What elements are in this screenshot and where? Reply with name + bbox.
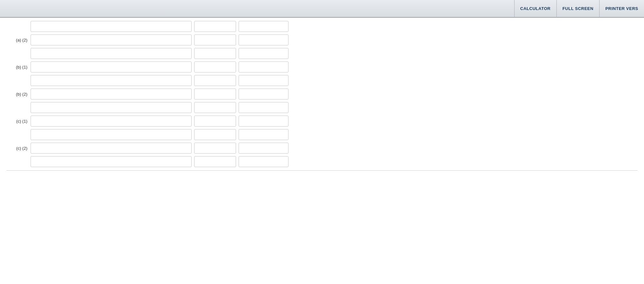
top-bar: CALCULATOR FULL SCREEN PRINTER VERS xyxy=(0,0,644,18)
input-med-7[interactable] xyxy=(194,116,236,127)
input-wide-6[interactable] xyxy=(31,102,192,113)
input-med-4[interactable] xyxy=(194,75,236,86)
calculator-button[interactable]: CALCULATOR xyxy=(514,0,556,17)
input-short-5[interactable] xyxy=(239,89,289,99)
input-med-8[interactable] xyxy=(194,129,236,140)
input-med-3[interactable] xyxy=(194,62,236,72)
input-wide-10[interactable] xyxy=(31,156,192,167)
input-wide-2[interactable] xyxy=(31,48,192,59)
top-bar-buttons: CALCULATOR FULL SCREEN PRINTER VERS xyxy=(514,0,644,17)
row-label-9: (c) (2) xyxy=(6,146,31,151)
row-label-3: (b) (1) xyxy=(6,65,31,70)
input-med-9[interactable] xyxy=(194,143,236,154)
input-wide-7[interactable] xyxy=(31,116,192,127)
input-med-1[interactable] xyxy=(194,34,236,45)
input-short-10[interactable] xyxy=(239,156,289,167)
content-area: (a) (2) (b) (1) (b) (2) xyxy=(0,18,644,177)
row-label-5: (b) (2) xyxy=(6,92,31,97)
printer-button[interactable]: PRINTER VERS xyxy=(599,0,644,17)
input-short-9[interactable] xyxy=(239,143,289,154)
input-wide-5[interactable] xyxy=(31,89,192,99)
input-short-7[interactable] xyxy=(239,116,289,127)
form-row-2 xyxy=(6,48,638,59)
input-wide-3[interactable] xyxy=(31,62,192,72)
input-wide-4[interactable] xyxy=(31,75,192,86)
form-row-1: (a) (2) xyxy=(6,34,638,45)
form-row-10 xyxy=(6,156,638,167)
form-row-5: (b) (2) xyxy=(6,89,638,99)
row-label-7: (c) (1) xyxy=(6,119,31,124)
input-wide-8[interactable] xyxy=(31,129,192,140)
input-wide-9[interactable] xyxy=(31,143,192,154)
form-row-8 xyxy=(6,129,638,140)
bottom-border xyxy=(6,170,638,171)
input-med-2[interactable] xyxy=(194,48,236,59)
form-row-6 xyxy=(6,102,638,113)
input-med-6[interactable] xyxy=(194,102,236,113)
input-short-2[interactable] xyxy=(239,48,289,59)
form-row-0 xyxy=(6,21,638,32)
input-short-1[interactable] xyxy=(239,34,289,45)
input-wide-1[interactable] xyxy=(31,34,192,45)
input-short-0[interactable] xyxy=(239,21,289,32)
input-med-10[interactable] xyxy=(194,156,236,167)
input-wide-0[interactable] xyxy=(31,21,192,32)
fullscreen-button[interactable]: FULL SCREEN xyxy=(556,0,599,17)
input-short-6[interactable] xyxy=(239,102,289,113)
input-short-3[interactable] xyxy=(239,62,289,72)
form-row-3: (b) (1) xyxy=(6,62,638,72)
input-med-5[interactable] xyxy=(194,89,236,99)
input-med-0[interactable] xyxy=(194,21,236,32)
input-short-8[interactable] xyxy=(239,129,289,140)
row-label-1: (a) (2) xyxy=(6,38,31,43)
form-row-4 xyxy=(6,75,638,86)
input-short-4[interactable] xyxy=(239,75,289,86)
form-row-9: (c) (2) xyxy=(6,143,638,154)
form-row-7: (c) (1) xyxy=(6,116,638,127)
